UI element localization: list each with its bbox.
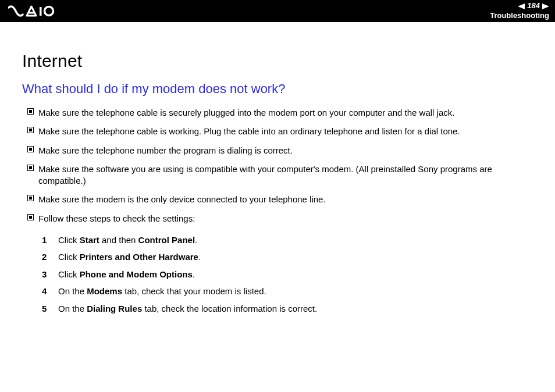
list-item: Make sure the modem is the only device c… xyxy=(22,191,533,210)
svg-rect-7 xyxy=(29,129,32,131)
svg-rect-0 xyxy=(40,7,42,16)
svg-marker-3 xyxy=(542,3,549,9)
next-page-icon[interactable] xyxy=(542,3,549,9)
svg-rect-5 xyxy=(29,110,32,113)
bullet-icon xyxy=(22,213,38,220)
list-item: Make sure the telephone cable is working… xyxy=(22,123,533,142)
step-text: Click Start and then Control Panel. xyxy=(58,234,533,246)
section-label: Troubleshooting xyxy=(490,11,549,21)
step-item: 3 Click Phone and Modem Options. xyxy=(22,266,533,283)
step-text: On the Dialing Rules tab, check the loca… xyxy=(58,303,533,315)
page-number: 184 xyxy=(527,1,540,11)
step-text: Click Printers and Other Hardware. xyxy=(58,251,533,263)
bullet-icon xyxy=(22,107,38,115)
step-number: 3 xyxy=(42,269,58,280)
step-number: 4 xyxy=(42,286,58,297)
svg-point-1 xyxy=(45,7,54,16)
header-right: 184 Troubleshooting xyxy=(490,1,549,21)
bullet-text: Make sure the telephone cable is working… xyxy=(38,126,533,137)
step-item: 4 On the Modems tab, check that your mod… xyxy=(22,283,533,300)
content-area: Internet What should I do if my modem do… xyxy=(0,22,555,317)
page-title: Internet xyxy=(22,51,533,71)
bullet-text: Follow these steps to check the settings… xyxy=(38,213,533,224)
page-navigation: 184 xyxy=(490,1,549,11)
header-bar: 184 Troubleshooting xyxy=(0,0,555,22)
step-item: 2 Click Printers and Other Hardware. xyxy=(22,248,533,266)
step-number: 1 xyxy=(42,234,58,246)
bullet-icon xyxy=(22,145,38,152)
steps-list: 1 Click Start and then Control Panel. 2 … xyxy=(22,231,533,318)
list-item: Make sure the telephone cable is securel… xyxy=(22,105,533,123)
step-text: On the Modems tab, check that your modem… xyxy=(58,286,533,297)
svg-rect-15 xyxy=(29,216,32,219)
step-item: 1 Click Start and then Control Panel. xyxy=(22,231,533,249)
step-text: Click Phone and Modem Options. xyxy=(58,269,533,280)
bullet-list: Make sure the telephone cable is securel… xyxy=(22,105,533,229)
bullet-text: Make sure the modem is the only device c… xyxy=(38,194,533,205)
list-item: Make sure the software you are using is … xyxy=(22,161,533,192)
list-item: Follow these steps to check the settings… xyxy=(22,211,533,229)
step-number: 2 xyxy=(42,251,58,263)
svg-rect-9 xyxy=(29,148,32,151)
svg-marker-2 xyxy=(518,3,525,9)
vaio-logo xyxy=(8,5,72,17)
bullet-text: Make sure the telephone number the progr… xyxy=(38,145,533,156)
bullet-icon xyxy=(22,126,38,133)
bullet-text: Make sure the telephone cable is securel… xyxy=(38,107,533,119)
svg-rect-11 xyxy=(29,166,32,169)
svg-rect-13 xyxy=(29,197,32,199)
list-item: Make sure the telephone number the progr… xyxy=(22,142,533,161)
step-item: 5 On the Dialing Rules tab, check the lo… xyxy=(22,300,533,318)
bullet-icon xyxy=(22,163,38,171)
question-heading: What should I do if my modem does not wo… xyxy=(22,81,533,97)
bullet-icon xyxy=(22,194,38,201)
prev-page-icon[interactable] xyxy=(518,3,525,9)
bullet-text: Make sure the software you are using is … xyxy=(38,163,533,187)
step-number: 5 xyxy=(42,303,58,315)
